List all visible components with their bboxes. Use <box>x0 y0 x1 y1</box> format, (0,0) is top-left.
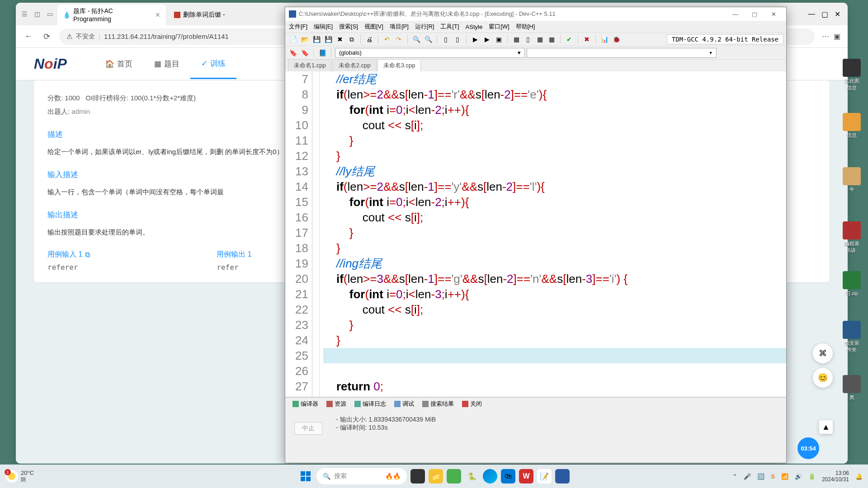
bookmark2-icon[interactable]: 🔖 <box>300 48 310 58</box>
editor-tab-1[interactable]: 未命名1.cpp <box>288 59 332 71</box>
tray-input-icon[interactable]: 🈁 <box>757 473 764 480</box>
btab-log[interactable]: 编译日志 <box>351 399 390 409</box>
tray-notifications-icon[interactable]: 🔔 <box>855 473 863 480</box>
redo-icon[interactable]: ↷ <box>394 34 404 44</box>
new-file-icon[interactable]: 📄 <box>288 34 298 44</box>
save-icon[interactable]: 💾 <box>311 34 321 44</box>
close-icon[interactable]: ✕ <box>155 11 160 19</box>
book-icon[interactable]: 📘 <box>317 48 327 58</box>
refresh-button[interactable]: ⟳ <box>41 31 52 42</box>
task-app-wps[interactable]: W <box>519 469 533 483</box>
weather-widget[interactable]: 1 20°C 阴 <box>5 469 34 483</box>
save-all-icon[interactable]: 💾 <box>323 34 333 44</box>
panel2-icon[interactable]: ▦ <box>535 34 545 44</box>
task-app-notepad[interactable]: 📝 <box>537 469 552 483</box>
browser-tab-1[interactable]: 💧 题库 - 拓扑AC Programming ✕ <box>57 5 166 25</box>
nav-training[interactable]: ✓ 训练 <box>190 49 236 79</box>
desktop-icon[interactable]: 信息 <box>841 113 863 139</box>
find-icon[interactable]: 🔍 <box>411 34 421 44</box>
timer-bubble[interactable]: 03:54 <box>797 437 819 459</box>
grid-icon[interactable]: ▦ <box>511 34 521 44</box>
btab-compiler[interactable]: 编译器 <box>289 399 322 409</box>
task-app-2[interactable] <box>447 469 461 483</box>
editor-tab-2[interactable]: 未命名2.cpp <box>333 59 377 71</box>
btab-resources[interactable]: 资源 <box>323 399 350 409</box>
menu-astyle[interactable]: AStyle <box>466 23 483 30</box>
member-dropdown[interactable]: ▾ <box>527 48 717 58</box>
copy-icon[interactable]: ⧉ <box>85 251 90 259</box>
bookmark-icon[interactable]: 🔖 <box>288 48 298 58</box>
menu-project[interactable]: 项目[P] <box>390 23 409 31</box>
tray-chevron-icon[interactable]: ⌃ <box>732 473 737 480</box>
desktop-icon[interactable]: 奥 <box>841 375 863 401</box>
task-app-python[interactable]: 🐍 <box>465 469 479 483</box>
float-button-2[interactable]: 😊 <box>813 368 833 388</box>
menu-tools[interactable]: 工具[T] <box>440 23 459 31</box>
desktop-icon[interactable]: 牛 <box>841 167 863 193</box>
goto-icon[interactable]: ▯ <box>453 34 462 44</box>
tray-mic-icon[interactable]: 🎤 <box>744 473 751 480</box>
toggle-icon[interactable]: ▯ <box>441 34 451 44</box>
stop-button[interactable]: 中止 <box>294 422 322 435</box>
tab-overview-icon[interactable]: ▭ <box>45 9 55 19</box>
noip-logo[interactable]: NoiP <box>34 56 67 72</box>
close-button[interactable]: ✕ <box>764 8 783 20</box>
grid2-icon[interactable]: ▦ <box>547 34 557 44</box>
minimize-button[interactable]: — <box>726 8 745 20</box>
clock[interactable]: 13:06 2024/10/31 <box>822 470 849 483</box>
menu-search[interactable]: 搜索[S] <box>339 23 358 31</box>
menu-edit[interactable]: 编辑[E] <box>314 23 333 31</box>
run-icon[interactable]: ▶ <box>482 34 492 44</box>
close-file-icon[interactable]: ✖ <box>335 34 345 44</box>
desktop-icon[interactable]: 关此图信息 <box>841 59 863 91</box>
btab-search[interactable]: 搜索结果 <box>419 399 458 409</box>
replace-icon[interactable]: 🔍 <box>423 34 433 44</box>
tray-battery-icon[interactable]: 🔋 <box>808 473 816 480</box>
nav-problems[interactable]: ▦ 题目 <box>143 49 190 79</box>
open-icon[interactable]: 📂 <box>300 34 310 44</box>
compile-icon[interactable]: ▶ <box>470 34 480 44</box>
undo-icon[interactable]: ↶ <box>382 34 392 44</box>
task-app-1[interactable] <box>410 469 425 483</box>
menu-file[interactable]: 文件[F] <box>289 23 307 31</box>
check-icon[interactable]: ✔ <box>564 34 574 44</box>
menu-run[interactable]: 运行[R] <box>415 23 434 31</box>
desktop-icon[interactable]: 编程基5讲 <box>841 221 863 254</box>
tray-volume-icon[interactable]: 🔊 <box>795 473 802 480</box>
start-button[interactable] <box>298 469 313 483</box>
compiler-select[interactable]: TDM-GCC 4.9.2 64-bit Release <box>667 34 783 44</box>
workspaces-icon[interactable]: ◫ <box>32 9 42 19</box>
maximize-icon[interactable]: ▢ <box>821 10 828 19</box>
copy-icon[interactable]: ⧉ <box>347 34 357 44</box>
delete-icon[interactable]: ✖ <box>582 34 592 44</box>
float-button-1[interactable]: ⌘ <box>813 343 833 363</box>
fold-gutter[interactable] <box>312 71 320 397</box>
code-area[interactable]: //er结尾 if(len>=2&&s[len-1]=='r'&&s[len-2… <box>320 71 786 397</box>
sidebar-icon[interactable]: ▣ <box>834 32 840 41</box>
print-icon[interactable]: 🖨 <box>364 34 374 44</box>
tray-wifi-icon[interactable]: 📶 <box>781 473 788 480</box>
tab-menu-icon[interactable]: ☰ <box>19 9 29 19</box>
minimize-icon[interactable]: — <box>808 10 815 19</box>
task-app-edge[interactable] <box>483 469 497 483</box>
browser-tab-2[interactable]: 删除单词后缀 - <box>169 8 231 22</box>
chart-icon[interactable]: 📊 <box>599 34 609 44</box>
panel-icon[interactable]: ▯ <box>523 34 533 44</box>
btab-close[interactable]: 关闭 <box>458 399 486 409</box>
back-button[interactable]: ← <box>23 31 34 42</box>
devcpp-titlebar[interactable]: C:\Users\waker\Desktop\c++班课\前缀和、差分与离散化\… <box>285 7 786 21</box>
tray-sogou-icon[interactable]: S <box>771 473 775 480</box>
code-editor[interactable]: 789 101112 131415 161718 192021 222324 2… <box>285 71 786 397</box>
desktop-icon[interactable]: 包安装件夹 <box>841 321 863 353</box>
menu-window[interactable]: 窗口[W] <box>489 23 509 31</box>
task-app-store[interactable]: 🛍 <box>501 469 515 483</box>
scroll-top-button[interactable]: ▲ <box>819 420 833 434</box>
maximize-button[interactable]: ▢ <box>745 8 764 20</box>
btab-debug[interactable]: 调试 <box>391 399 418 409</box>
nav-home[interactable]: 🏠 首页 <box>94 49 143 79</box>
compile-run-icon[interactable]: ▣ <box>494 34 504 44</box>
editor-tab-3[interactable]: 未命名3.cpp <box>377 59 421 71</box>
task-app-explorer[interactable]: 📁 <box>429 469 443 483</box>
bug-icon[interactable]: 🐞 <box>611 34 621 44</box>
menu-view[interactable]: 视图[V] <box>364 23 383 31</box>
